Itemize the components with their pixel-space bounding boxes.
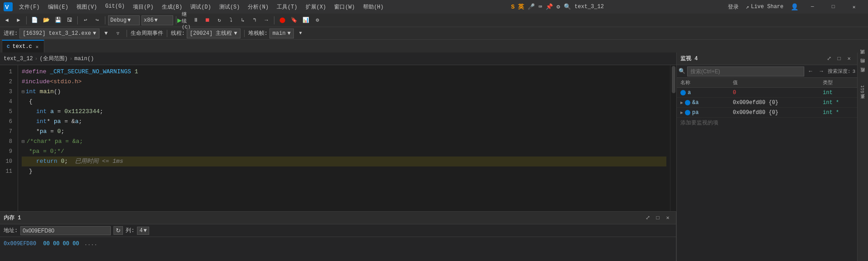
line-num-9: 9 xyxy=(0,147,12,157)
vtab-git[interactable]: Git xyxy=(859,81,866,97)
show-next-stmt-button[interactable]: → xyxy=(261,15,271,25)
watch-close-btn[interactable]: ✕ xyxy=(844,54,854,63)
watch-add-row[interactable]: 添加要监视的项 xyxy=(677,118,857,128)
code-kw-5: int xyxy=(36,107,47,117)
thread-label: 线程: xyxy=(171,29,185,37)
code-line-11: } xyxy=(22,166,666,176)
filter-down-icon[interactable]: ▽ xyxy=(113,28,123,38)
collapse-icon-3[interactable]: ⊟ xyxy=(22,87,25,97)
watch-float-btn[interactable]: □ xyxy=(835,54,844,63)
menu-build[interactable]: 生成(B) xyxy=(158,2,186,12)
menu-debug[interactable]: 调试(D) xyxy=(187,2,215,12)
login-btn[interactable]: 登录 xyxy=(728,3,739,11)
settings-icon[interactable]: ⚙ xyxy=(312,15,322,25)
menu-tools[interactable]: 工具(T) xyxy=(273,2,301,12)
person-icon[interactable]: 👤 xyxy=(791,3,798,11)
back-icon[interactable]: ◀ xyxy=(2,15,12,25)
save-icon[interactable]: 💾 xyxy=(53,15,63,25)
watch-search-input[interactable] xyxy=(687,66,804,76)
code-star-6: * xyxy=(47,117,50,127)
menu-window[interactable]: 窗口(W) xyxy=(330,2,359,12)
memory-close-btn[interactable]: ✕ xyxy=(663,214,672,223)
bookmark-icon[interactable]: 🔖 xyxy=(289,15,299,25)
stack-dropdown[interactable]: main ▼ xyxy=(269,28,294,38)
restart-button[interactable]: ↻ xyxy=(214,15,224,25)
watch-icon-a xyxy=(680,90,686,95)
search-title-icon[interactable]: 🔍 xyxy=(564,3,571,10)
memory-addr-input[interactable] xyxy=(20,226,111,235)
menu-analyze[interactable]: 分析(N) xyxy=(244,2,272,12)
debug-mode-chevron: ▼ xyxy=(127,17,131,24)
minimize-button[interactable]: ─ xyxy=(802,0,823,14)
code-semi-5: ; xyxy=(99,107,103,117)
vtab-breakpoint[interactable]: 断点 xyxy=(859,72,867,80)
maximize-button[interactable]: □ xyxy=(823,0,844,14)
step-into-button[interactable]: ↳ xyxy=(238,15,248,25)
memory-row-dots: .... xyxy=(84,240,97,247)
line-num-3: 3 xyxy=(0,87,12,97)
memory-float-btn[interactable]: □ xyxy=(653,214,662,223)
memory-col-dropdown[interactable]: 4 ▼ xyxy=(137,227,149,235)
memory-panel-title: 内存 1 xyxy=(4,214,21,222)
performance-icon[interactable]: 📊 xyxy=(301,15,311,25)
step-over-button[interactable]: ⤵ xyxy=(226,15,236,25)
stack-filter-icon[interactable]: ▼ xyxy=(296,28,306,38)
memory-refresh-btn[interactable]: ↻ xyxy=(113,226,123,235)
window-controls: ─ □ ✕ xyxy=(802,0,864,14)
menu-extensions[interactable]: 扩展(X) xyxy=(302,2,330,12)
menu-help[interactable]: 帮助(H) xyxy=(359,2,387,12)
vtab-test[interactable]: 测试 xyxy=(859,54,867,62)
watch-expand-btn[interactable]: ⤢ xyxy=(825,54,834,63)
forward-icon[interactable]: ▶ xyxy=(14,15,24,25)
save-all-icon[interactable]: 🖫 xyxy=(65,15,75,25)
menu-file[interactable]: 文件(F) xyxy=(15,2,43,12)
filter-icon[interactable]: ▼ xyxy=(101,28,111,38)
vtab-more[interactable]: 更多 xyxy=(859,99,867,106)
process-dropdown[interactable]: [16392] text_3_12.exe ▼ xyxy=(19,28,99,38)
stop-button[interactable]: ⏹ xyxy=(203,15,212,25)
vtab-struct[interactable]: 结构 xyxy=(859,63,867,71)
editor-scrollbar[interactable] xyxy=(670,65,676,211)
menu-git[interactable]: Git(G) xyxy=(102,2,128,12)
code-plain-3: () xyxy=(54,87,61,97)
watch-row-a: a 0 int xyxy=(677,88,857,98)
close-button[interactable]: ✕ xyxy=(844,0,864,14)
redo-icon[interactable]: ↪ xyxy=(92,15,102,25)
code-area[interactable]: #define _CRT_SECURE_NO_WARNINGS 1 #inclu… xyxy=(18,65,670,211)
lifecycle-label: 生命周期事件 xyxy=(131,29,163,37)
menu-edit[interactable]: 编辑(E) xyxy=(44,2,72,12)
watch-add-label: 添加要监视的项 xyxy=(680,119,718,127)
pause-button[interactable]: ⏸ xyxy=(191,15,201,25)
expand-icon-ampersa[interactable]: ▶ xyxy=(680,100,683,105)
tab-textc[interactable]: C text.c ✕ xyxy=(2,40,44,52)
breakpoint-icon[interactable]: ⬤ xyxy=(277,15,287,25)
menu-test[interactable]: 测试(S) xyxy=(216,2,244,12)
undo-icon[interactable]: ↩ xyxy=(80,15,90,25)
code-num-1: 1 xyxy=(135,67,138,77)
step-out-button[interactable]: ↰ xyxy=(250,15,259,25)
new-file-icon[interactable]: 📄 xyxy=(29,15,39,25)
code-star-7: * xyxy=(36,127,40,137)
watch-back-btn[interactable]: ← xyxy=(806,67,815,76)
expand-icon-pa[interactable]: ▶ xyxy=(680,110,683,115)
thread-dropdown[interactable]: [20024] 主线程 ▼ xyxy=(187,28,241,38)
open-folder-icon[interactable]: 📂 xyxy=(41,15,51,25)
arch-dropdown[interactable]: x86 ▼ xyxy=(142,15,173,25)
debug-mode-label: Debug xyxy=(110,17,127,24)
code-op-5: = xyxy=(57,107,61,117)
continue-button[interactable]: ▶ 继续(C) xyxy=(179,15,189,25)
memory-expand-btn[interactable]: ⤢ xyxy=(643,214,652,223)
menu-project[interactable]: 项目(P) xyxy=(129,2,157,12)
tab-close-textc[interactable]: ✕ xyxy=(35,44,40,50)
watch-forward-btn[interactable]: → xyxy=(817,67,826,76)
menu-view[interactable]: 视图(V) xyxy=(73,2,101,12)
code-var-6b: a xyxy=(75,117,79,127)
code-var-7: pa xyxy=(40,127,47,137)
process-value: [16392] text_3_12.exe xyxy=(23,30,91,37)
arch-chevron: ▼ xyxy=(155,17,158,24)
debug-mode-dropdown[interactable]: Debug ▼ xyxy=(108,15,140,25)
collapse-icon-8[interactable]: ⊟ xyxy=(22,137,25,147)
live-share-button[interactable]: ↗ Live Share xyxy=(742,3,787,11)
watch-val-ampersa: 0x009efd80 {0} xyxy=(731,100,821,106)
line-num-11: 11 xyxy=(0,166,12,176)
